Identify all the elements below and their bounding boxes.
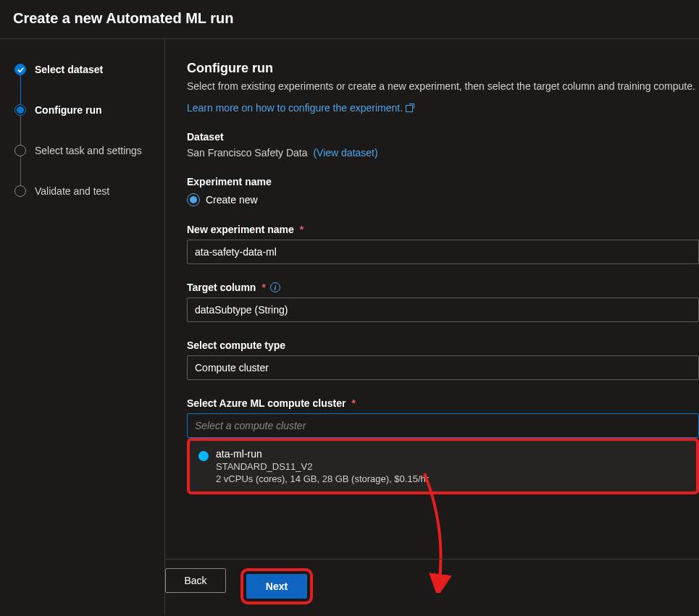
radio-create-new[interactable]: Create new (187, 193, 699, 206)
cluster-name: ata-ml-run (216, 448, 429, 460)
step-label: Configure run (35, 104, 102, 116)
compute-cluster-option[interactable]: ata-ml-run STANDARD_DS11_V2 2 vCPUs (cor… (187, 438, 699, 494)
compute-cluster-select[interactable]: Select a compute cluster (187, 413, 699, 438)
experiment-name-label: Experiment name (187, 176, 699, 187)
status-dot-icon (198, 451, 209, 461)
pending-step-icon (14, 185, 26, 197)
check-icon (14, 64, 26, 75)
wizard-main-panel: Configure run Select from existing exper… (165, 39, 699, 615)
section-subtitle: Select from existing experiments or crea… (187, 80, 699, 92)
learn-more-text: Learn more on how to configure the exper… (187, 102, 403, 114)
step-configure-run[interactable]: Configure run (14, 104, 164, 116)
step-select-dataset[interactable]: Select dataset (14, 64, 164, 75)
step-connector (20, 75, 21, 104)
compute-type-select[interactable] (187, 355, 699, 380)
dataset-label: Dataset (187, 131, 699, 143)
info-icon[interactable]: i (270, 282, 280, 292)
target-column-select[interactable] (187, 298, 699, 322)
compute-type-label: Select compute type (187, 339, 699, 351)
next-button[interactable]: Next (246, 574, 307, 599)
step-validate-test[interactable]: Validate and test (14, 185, 164, 197)
new-experiment-name-label: New experiment name* (187, 224, 699, 235)
step-label: Validate and test (35, 185, 109, 197)
step-select-task[interactable]: Select task and settings (14, 145, 164, 156)
radio-icon (187, 193, 200, 206)
wizard-header: Create a new Automated ML run (0, 0, 699, 39)
step-label: Select task and settings (35, 145, 142, 156)
external-link-icon (406, 104, 414, 112)
cluster-sku: STANDARD_DS11_V2 (216, 461, 429, 472)
annotation-highlight: Next (240, 568, 313, 604)
section-title: Configure run (187, 61, 699, 76)
step-label: Select dataset (35, 64, 103, 75)
target-column-label: Target column* i (187, 282, 699, 293)
dataset-name: San Francisco Safety Data (187, 147, 308, 159)
new-experiment-name-input[interactable] (187, 240, 699, 264)
cluster-specs: 2 vCPUs (cores), 14 GB, 28 GB (storage),… (216, 473, 429, 484)
current-step-icon (14, 104, 26, 116)
step-connector (20, 116, 21, 145)
dataset-value: San Francisco Safety Data (View dataset) (187, 147, 699, 159)
view-dataset-link[interactable]: (View dataset) (313, 147, 377, 159)
compute-cluster-label: Select Azure ML compute cluster* (187, 397, 699, 409)
wizard-title: Create a new Automated ML run (13, 10, 686, 27)
learn-more-link[interactable]: Learn more on how to configure the exper… (187, 102, 414, 114)
radio-label: Create new (206, 194, 258, 206)
wizard-steps-sidebar: Select dataset Configure run Select task… (0, 39, 165, 615)
step-connector (20, 156, 21, 185)
wizard-footer: Back Next (165, 559, 699, 615)
back-button[interactable]: Back (165, 568, 226, 593)
pending-step-icon (14, 145, 26, 156)
